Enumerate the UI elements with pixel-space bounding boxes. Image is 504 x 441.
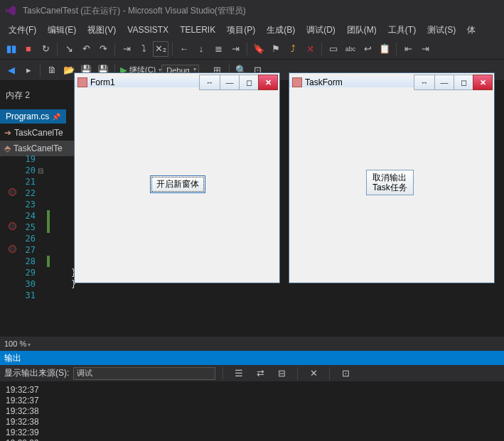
outdent-icon[interactable]: ⇤ — [400, 41, 416, 57]
form1-window[interactable]: Form1 ↔ — ◻ ✕ 开启新窗体 — [74, 72, 280, 283]
output-source-label: 显示输出来源(S): — [4, 367, 69, 379]
abc-icon[interactable]: abc — [343, 41, 358, 57]
step-out-icon[interactable]: ⤴ — [285, 41, 301, 57]
menu-vassistx[interactable]: VASSISTX — [122, 23, 174, 37]
menu-tools[interactable]: 工具(T) — [382, 22, 422, 38]
menu-view[interactable]: 视图(V) — [82, 22, 122, 38]
step-button[interactable]: ⇥ — [119, 41, 134, 57]
menu-build[interactable]: 生成(B) — [261, 22, 301, 38]
menu-team[interactable]: 团队(M) — [341, 22, 382, 38]
form1-titlebar[interactable]: Form1 ↔ — ◻ ✕ — [75, 73, 279, 92]
taskform-window[interactable]: TaskForm ↔ — ◻ ✕ 取消输出 Task任务 — [289, 72, 495, 283]
flag-icon[interactable]: ⚑ — [268, 41, 284, 57]
gutter-line[interactable]: 27 — [7, 244, 76, 256]
output-line: 19:32:38 — [6, 417, 498, 428]
separator — [297, 367, 298, 380]
open-new-form-button[interactable]: 开启新窗体 — [150, 175, 205, 193]
gutter-line[interactable]: 25 — [7, 222, 76, 233]
wrap-icon[interactable]: ↩ — [360, 41, 375, 57]
output-clear2-icon[interactable]: ✕ — [306, 366, 321, 381]
stop-button[interactable]: ■ — [21, 41, 36, 57]
code-text: } — [50, 268, 76, 278]
menu-file[interactable]: 文件(F) — [3, 22, 42, 38]
gutter-line[interactable]: 31 — [7, 290, 76, 301]
indent2-icon[interactable]: ⇥ — [417, 41, 433, 57]
debug-move-handle[interactable]: ↔ — [199, 75, 220, 90]
taskform-titlebar[interactable]: TaskForm ↔ — ◻ ✕ — [289, 73, 494, 92]
pin-icon[interactable]: 📌 — [52, 113, 60, 121]
nav-item-1[interactable]: ➔ TaskCanelTe — [0, 125, 78, 141]
line-number: 22 — [17, 188, 36, 198]
nav-back-button[interactable]: ◀ — [4, 62, 19, 78]
maximize-button[interactable]: ◻ — [239, 75, 259, 90]
arrow-down-icon[interactable]: ↓ — [193, 41, 209, 57]
separator — [396, 43, 397, 55]
gutter-line[interactable]: 30 } — [7, 278, 76, 290]
gutter-line[interactable]: 26 — [7, 233, 76, 244]
close-button[interactable]: ✕ — [473, 75, 493, 90]
gutter-line[interactable]: 24 — [7, 210, 76, 222]
output-source-select[interactable]: 调试 — [73, 367, 215, 380]
gutter-line[interactable]: 20⊟ — [7, 165, 76, 176]
line-number: 27 — [17, 245, 36, 255]
line-number: 29 — [17, 268, 36, 278]
menu-project[interactable]: 项目(P) — [221, 22, 261, 38]
cancel-task-button[interactable]: 取消输出 Task任务 — [366, 170, 414, 195]
menu-test[interactable]: 测试(S) — [422, 22, 461, 38]
gutter-line[interactable]: 29 } — [7, 267, 76, 278]
indent-icon[interactable]: ⇥ — [227, 41, 243, 57]
output-wrap-icon[interactable]: ⊟ — [274, 366, 289, 381]
step-over-button[interactable]: ⤵ — [136, 41, 151, 57]
list-icon[interactable]: ≣ — [210, 41, 226, 57]
line-number: 31 — [17, 290, 36, 300]
redo-icon[interactable]: ↷ — [95, 41, 111, 57]
breakpoint-icon[interactable] — [9, 222, 16, 230]
memory-tab[interactable]: 内存 2 — [6, 89, 30, 102]
close-button[interactable]: ✕ — [258, 75, 278, 90]
menu-telerik[interactable]: TELERIK — [174, 23, 221, 37]
output-text[interactable]: 19:32:3719:32:3719:32:3819:32:3819:32:39… — [0, 382, 504, 441]
pause-button[interactable]: ▮▮ — [4, 41, 19, 57]
output-toolbar: 显示输出来源(S): 调试 ☰ ⇄ ⊟ ✕ ⊡ — [0, 365, 504, 382]
undo-icon[interactable]: ↶ — [78, 41, 94, 57]
form-icon — [77, 77, 87, 87]
menu-edit[interactable]: 编辑(E) — [42, 22, 82, 38]
file-tab-active[interactable]: Program.cs 📌 — [0, 109, 66, 124]
gutter-line[interactable]: 23 — [7, 199, 76, 210]
gutter-line[interactable]: 22 — [7, 187, 76, 199]
nav-breadcrumb: ➔ TaskCanelTe ⬘ TaskCanelTe — [0, 125, 78, 156]
gutter-line[interactable]: 21 — [7, 176, 76, 187]
output-lock-icon[interactable]: ⊡ — [338, 366, 353, 381]
debug-move-handle[interactable]: ↔ — [414, 75, 435, 90]
zoom-dropdown[interactable]: 100 % — [4, 339, 31, 348]
comment-icon[interactable]: ▭ — [326, 41, 341, 57]
maximize-button[interactable]: ◻ — [454, 75, 473, 90]
code-gutter: 1920⊟212223242526272829 }30 }31 — [7, 153, 76, 301]
gutter-line[interactable]: 19 — [7, 153, 76, 165]
hex-toggle[interactable]: ✕₂ — [153, 41, 168, 57]
breakpoint-icon[interactable] — [9, 188, 16, 196]
breakpoint-icon[interactable] — [9, 245, 16, 253]
output-toggle-icon[interactable]: ⇄ — [252, 366, 268, 381]
form1-client-area: 开启新窗体 — [75, 92, 279, 283]
cancel-task-line1: 取消输出 — [372, 173, 407, 183]
minimize-button[interactable]: — — [434, 75, 454, 90]
bookmark-icon[interactable]: 🔖 — [251, 41, 267, 57]
arrow-left-icon[interactable]: ← — [176, 41, 192, 57]
output-panel-header[interactable]: 输出 — [0, 351, 504, 365]
branch-icon[interactable]: ⤨ — [302, 41, 318, 57]
clipboard-icon[interactable]: 📋 — [377, 41, 392, 57]
main-menu-bar: 文件(F) 编辑(E) 视图(V) VASSISTX TELERIK 项目(P)… — [0, 21, 504, 38]
separator — [222, 367, 223, 380]
new-file-icon[interactable]: 🗎 — [44, 62, 60, 78]
gutter-line[interactable]: 28 — [7, 256, 76, 267]
nav-fwd-button[interactable]: ▸ — [21, 62, 36, 78]
menu-debug[interactable]: 调试(D) — [301, 22, 341, 38]
menu-more[interactable]: 体 — [461, 22, 481, 38]
restart-button[interactable]: ↻ — [38, 41, 53, 57]
minimize-button[interactable]: — — [220, 75, 240, 90]
fold-toggle-icon[interactable]: ⊟ — [36, 167, 45, 175]
step-into-icon[interactable]: ↘ — [61, 41, 77, 57]
line-number: 19 — [17, 154, 36, 164]
output-clear-icon[interactable]: ☰ — [231, 366, 247, 381]
